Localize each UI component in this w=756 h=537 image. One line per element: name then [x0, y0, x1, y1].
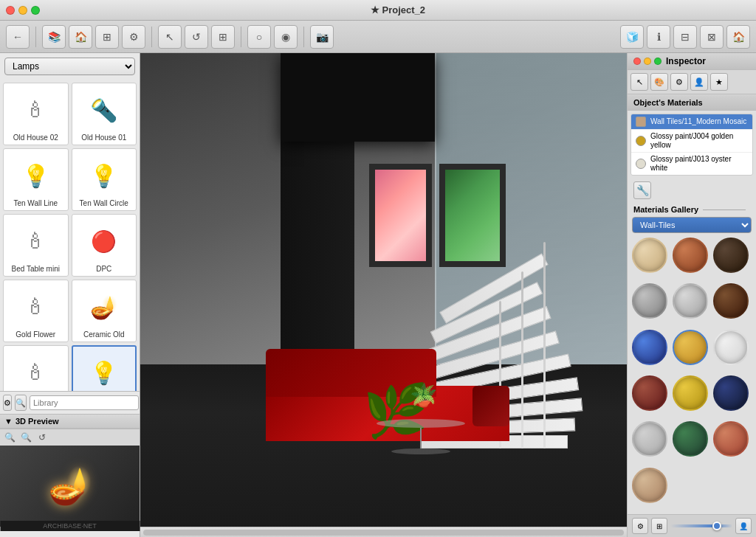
library-button[interactable]: 📚 — [42, 25, 66, 49]
preview-lamp-model: 🪔 — [48, 465, 92, 507]
lamp-icon-7: 🕯 — [12, 283, 59, 330]
view1-button[interactable]: ⊟ — [673, 25, 697, 49]
preview-section: ▼ 3D Preview 🔍 🔍 ↺ 🪔 ARCHIBASE·NET — [0, 414, 140, 537]
zoom-reset-button[interactable]: ↺ — [35, 431, 49, 444]
horizontal-scrollbar[interactable] — [143, 530, 624, 536]
eyedropper-row: 🔧 — [628, 179, 756, 202]
gallery-swatch-11[interactable] — [673, 375, 708, 411]
gallery-swatch-16[interactable] — [632, 468, 667, 503]
inspector-title-bar: Inspector — [628, 53, 756, 70]
material-item-glossy-oyster[interactable]: Glossy paint/J013 oyster white — [631, 153, 752, 175]
toolbar-separator — [35, 27, 36, 47]
zoom-in-button[interactable]: 🔍 — [3, 431, 16, 444]
object-materials-header: Object's Materials — [628, 94, 756, 111]
main-viewport[interactable]: 🕯 🪴 — [140, 53, 627, 537]
gallery-header: Materials Gallery — [628, 202, 756, 217]
pointer-tool[interactable]: ↖ — [158, 25, 182, 49]
gallery-swatch-15[interactable] — [713, 421, 749, 457]
materials-gallery-grid — [628, 238, 756, 514]
item-bed-table-mini[interactable]: 🕯 Bed Table mini — [3, 214, 69, 277]
gallery-swatch-8[interactable] — [673, 330, 708, 365]
item-old-house-01[interactable]: 🔦 Old House 01 — [72, 83, 137, 145]
settings-small-button[interactable]: ⚙ — [3, 395, 12, 411]
item-dpc[interactable]: 🔴 DPC — [72, 214, 137, 277]
gallery-swatch-7[interactable] — [632, 330, 667, 365]
material-item-glossy-gold[interactable]: Glossy paint/J004 golden yellow — [631, 130, 752, 153]
minimize-button[interactable] — [18, 6, 27, 15]
inspector-close-button[interactable] — [633, 58, 641, 65]
material-name-2: Glossy paint/J004 golden yellow — [650, 132, 748, 150]
gallery-swatch-3[interactable] — [713, 238, 749, 273]
search-small-button[interactable]: 🔍 — [15, 395, 27, 411]
item-label-7: Gold Flower — [16, 330, 55, 339]
maximize-button[interactable] — [31, 6, 40, 15]
inspector-gear-btn[interactable]: ⚙ — [670, 73, 688, 91]
eye-tool[interactable]: ◉ — [274, 25, 298, 49]
inspector-pointer-btn[interactable]: ↖ — [630, 73, 648, 91]
item-bamboo[interactable]: 🕯 Bamboo — [3, 345, 69, 391]
inspector-slider[interactable] — [670, 524, 732, 527]
gallery-swatch-1[interactable] — [632, 238, 667, 273]
gallery-swatch-10[interactable] — [632, 375, 667, 411]
lamp-icon-8: 🪔 — [80, 283, 128, 330]
inspector-bottom-grid[interactable]: ⊞ — [651, 518, 667, 534]
inspector-minimize-button[interactable] — [644, 58, 651, 65]
lamp-icon-3: 💡 — [12, 152, 59, 199]
gallery-swatch-4[interactable] — [632, 283, 667, 319]
inspector-person-btn[interactable]: 👤 — [690, 73, 708, 91]
inspector-star-btn[interactable]: ★ — [710, 73, 728, 91]
item-gold-flower[interactable]: 🕯 Gold Flower — [3, 280, 69, 342]
gallery-swatch-12[interactable] — [713, 375, 749, 411]
settings-button[interactable]: ⚙ — [122, 25, 145, 49]
gallery-swatch-14[interactable] — [673, 421, 708, 457]
item-label-5: Bed Table mini — [12, 265, 60, 274]
category-dropdown[interactable]: Lamps Furniture Decor Plants — [4, 58, 135, 75]
lamp-icon-10: 💡 — [80, 350, 128, 391]
home-button[interactable]: 🏠 — [726, 25, 750, 49]
left-panel: Lamps Furniture Decor Plants 🕯 Old House… — [0, 53, 140, 537]
eyedropper-button[interactable]: 🔧 — [633, 181, 651, 199]
item-ceramic-old[interactable]: 🪔 Ceramic Old — [72, 280, 137, 342]
gallery-swatch-13[interactable] — [632, 421, 667, 457]
circle-tool[interactable]: ○ — [247, 25, 271, 49]
gallery-category-dropdown[interactable]: Wall-Tiles Floor-Tiles Marble Wood — [632, 217, 752, 233]
gallery-swatch-5[interactable] — [673, 283, 708, 319]
3d-mode-button[interactable]: 🧊 — [620, 25, 644, 49]
close-button[interactable] — [6, 6, 15, 15]
main-toolbar: ← 📚 🏠 ⊞ ⚙ ↖ ↺ ⊞ ○ ◉ 📷 🧊 ℹ ⊟ ⊠ 🏠 — [0, 21, 756, 53]
3d-preview-canvas: 🪔 — [0, 446, 140, 527]
item-ten-wall-circle[interactable]: 💡 Ten Wall Circle — [72, 148, 137, 211]
item-label-8: Ceramic Old — [83, 330, 125, 339]
zoom-out-button[interactable]: 🔍 — [19, 431, 32, 444]
inspector-bottom-person[interactable]: 👤 — [735, 518, 752, 534]
inspector-paint-btn[interactable]: 🎨 — [650, 73, 668, 91]
pan-tool[interactable]: ⊞ — [211, 25, 235, 49]
lamp-icon-4: 💡 — [80, 152, 128, 199]
inspector-title: Inspector — [666, 56, 706, 66]
item-label-6: DPC — [96, 265, 111, 274]
rotate-tool[interactable]: ↺ — [185, 25, 208, 49]
furniture-button[interactable]: ⊞ — [95, 25, 119, 49]
rooms-button[interactable]: 🏠 — [69, 25, 92, 49]
preview-label: 3D Preview — [16, 417, 59, 426]
slider-thumb[interactable] — [712, 522, 721, 530]
item-old-wall-lamp[interactable]: 💡 Old Wall Lamp — [72, 345, 137, 391]
material-item-wall-tiles[interactable]: Wall Tiles/11_Modern Mosaic — [631, 114, 752, 130]
back-button[interactable]: ← — [6, 25, 30, 49]
info-button[interactable]: ℹ — [647, 25, 670, 49]
viewport-scrollbar[interactable] — [140, 527, 627, 537]
preview-triangle-icon: ▼ — [4, 417, 13, 426]
item-old-house-02[interactable]: 🕯 Old House 02 — [3, 83, 69, 145]
view2-button[interactable]: ⊠ — [700, 25, 724, 49]
item-label-2: Old House 01 — [81, 134, 126, 142]
gallery-swatch-2[interactable] — [673, 238, 708, 273]
item-ten-wall-line[interactable]: 💡 Ten Wall Line — [3, 148, 69, 211]
library-search-input[interactable] — [30, 395, 139, 410]
lamp-icon-1: 🕯 — [12, 86, 59, 134]
camera-tool[interactable]: 📷 — [310, 25, 334, 49]
gallery-swatch-9[interactable] — [713, 330, 749, 365]
inspector-maximize-button[interactable] — [654, 58, 662, 65]
window-title: ★ Project_2 — [46, 4, 750, 15]
inspector-bottom-gear[interactable]: ⚙ — [632, 518, 648, 534]
gallery-swatch-6[interactable] — [713, 283, 749, 319]
